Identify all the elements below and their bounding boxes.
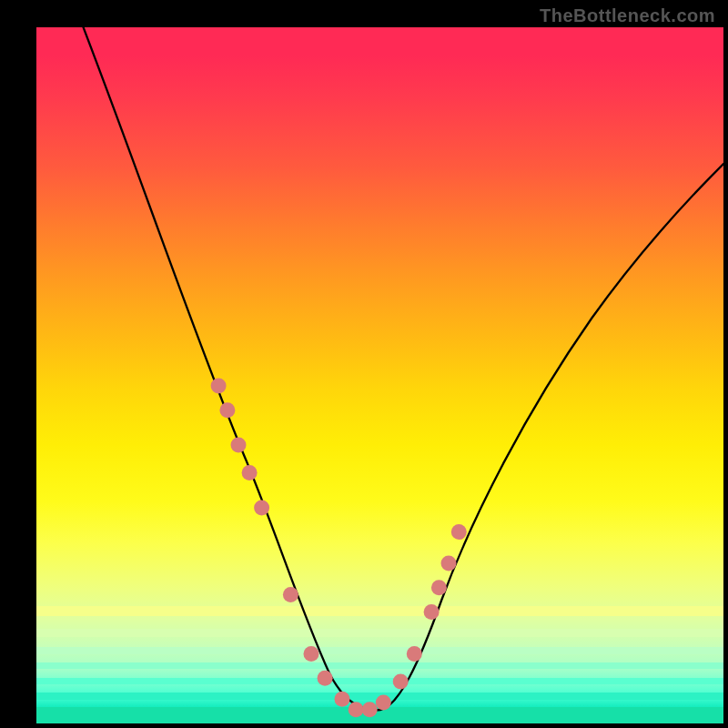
sample-point: [211, 379, 227, 394]
sample-point: [407, 646, 422, 662]
sample-point: [376, 695, 391, 711]
curve-layer: [36, 27, 723, 723]
sample-point: [242, 465, 258, 480]
watermark-text: TheBottleneck.com: [540, 5, 715, 26]
sample-point: [451, 524, 467, 540]
sample-point: [431, 580, 447, 595]
sample-point: [283, 587, 298, 602]
plot-area: [36, 27, 723, 723]
sample-point: [304, 646, 319, 662]
sample-point: [219, 402, 235, 418]
sample-point: [393, 674, 409, 690]
sample-point: [335, 692, 350, 707]
sample-point: [441, 556, 457, 571]
sample-points-group: [211, 379, 467, 718]
sample-point: [362, 702, 378, 717]
bottleneck-curve-path: [73, 27, 723, 710]
sample-point: [231, 438, 247, 453]
sample-point: [424, 604, 440, 620]
sample-point: [254, 500, 269, 515]
sample-point: [349, 702, 364, 717]
chart-frame: TheBottleneck.com: [0, 0, 728, 728]
sample-point: [318, 671, 333, 686]
